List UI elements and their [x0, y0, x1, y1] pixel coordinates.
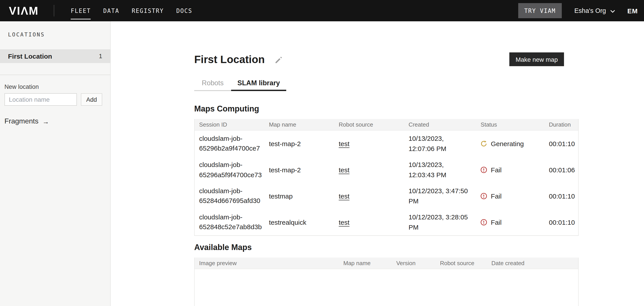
maps-computing-table-body: cloudslam-job-65296b2a9f4700ce73 test-ma…	[195, 131, 578, 235]
nav-item-fleet[interactable]: FLEET	[71, 5, 91, 17]
session-id-text: cloudslam-job-65296a5f9f4700ce73	[199, 161, 262, 178]
page-header: First Location Make new map	[194, 52, 579, 67]
viam-logo[interactable]: VIΛM	[9, 5, 39, 16]
generating-spinner-icon	[481, 140, 487, 147]
viam-app-window: VIΛM FLEET DATA REGISTRY DOCS TRY VIAM E…	[0, 0, 644, 306]
session-id-cell: cloudslam-job-65296a5f9f4700ce73	[195, 160, 264, 180]
arrow-right-icon: →	[42, 117, 49, 125]
maps-computing-table-row: cloudslam-job-65296a5f9f4700ce73 test-ma…	[195, 157, 578, 183]
column-header-session-id: Session ID	[195, 121, 264, 128]
status-cell: Fail	[476, 219, 544, 226]
make-new-map-button[interactable]: Make new map	[509, 52, 564, 66]
sidebar-item-first-location[interactable]: First Location 1	[0, 49, 110, 63]
robot-source-cell: test	[334, 140, 404, 147]
column-header-map-name: Map name	[264, 121, 334, 128]
status-label: Generating	[491, 140, 524, 147]
add-location-button[interactable]: Add	[81, 93, 102, 106]
available-maps-heading: Available Maps	[194, 243, 644, 252]
column-header-robot-source: Robot source	[334, 121, 404, 128]
session-id-cell: cloudslam-job-65296b2a9f4700ce73	[195, 133, 264, 154]
locations-heading: LOCATIONS	[0, 21, 110, 38]
org-switcher[interactable]: Esha's Org	[574, 7, 615, 14]
map-name-cell: test-map-2	[264, 140, 334, 147]
duration-cell: 00:01:10	[544, 192, 578, 200]
session-id-cell: cloudslam-job-65284d667695afd304	[195, 186, 264, 206]
available-maps-table: Image preview Map name Version Robot sou…	[194, 258, 579, 306]
org-name: Esha's Org	[574, 7, 606, 14]
status-cell: Fail	[476, 166, 544, 174]
session-id-text: cloudslam-job-65296b2a9f4700ce73	[199, 134, 260, 154]
session-id-cell: cloudslam-job-652848c52e7ab8d3b9	[195, 212, 264, 233]
column-header-version: Version	[392, 260, 436, 267]
session-id-text: cloudslam-job-652848c52e7ab8d3b9	[199, 213, 262, 233]
maps-computing-table-row: cloudslam-job-652848c52e7ab8d3b9 testrea…	[195, 209, 578, 235]
created-cell: 10/12/2023, 3:47:50 PM	[404, 186, 476, 206]
fail-alert-icon	[481, 193, 487, 199]
status-cell: Generating	[476, 140, 544, 147]
fail-alert-icon	[481, 167, 487, 173]
map-name-cell: test-map-2	[264, 166, 334, 174]
nav-divider	[54, 5, 54, 16]
maps-computing-table-row: cloudslam-job-65284d667695afd304 testmap…	[195, 183, 578, 209]
nav-item-registry[interactable]: REGISTRY	[132, 5, 164, 17]
main-content: First Location Make new map Robots SLAM …	[111, 21, 644, 306]
column-header-date-created: Date created	[487, 260, 578, 267]
duration-cell: 00:01:10	[544, 140, 578, 147]
available-maps-table-header: Image preview Map name Version Robot sou…	[195, 258, 578, 269]
robot-source-cell: test	[334, 192, 404, 200]
fail-alert-icon	[481, 219, 487, 226]
status-cell: Fail	[476, 192, 544, 200]
available-maps-table-body	[195, 269, 578, 306]
page-title: First Location	[194, 52, 265, 67]
duration-cell: 00:01:06	[544, 166, 578, 174]
maps-computing-table-row: cloudslam-job-65296b2a9f4700ce73 test-ma…	[195, 131, 578, 157]
nav-right-group: TRY VIAM Esha's Org EM	[518, 3, 638, 18]
chevron-down-icon	[610, 9, 615, 13]
locations-sidebar: LOCATIONS First Location 1 New location …	[0, 21, 111, 306]
created-cell: 10/12/2023, 3:28:05 PM	[404, 212, 476, 232]
column-header-created: Created	[404, 121, 476, 128]
fragments-link[interactable]: Fragments →	[4, 117, 110, 125]
robot-source-link[interactable]: test	[339, 219, 349, 226]
map-name-cell: testmap	[264, 192, 334, 200]
sidebar-divider	[0, 75, 110, 75]
robot-source-cell: test	[334, 219, 404, 226]
created-cell: 10/13/2023, 12:07:06 PM	[404, 134, 476, 154]
top-navigation-bar: VIΛM FLEET DATA REGISTRY DOCS TRY VIAM E…	[0, 0, 644, 21]
tab-robots[interactable]: Robots	[194, 79, 231, 91]
created-cell: 10/13/2023, 12:03:43 PM	[404, 160, 476, 180]
map-name-cell: testrealquick	[264, 219, 334, 226]
column-header-duration: Duration	[544, 121, 578, 128]
edit-pencil-icon[interactable]	[274, 56, 282, 64]
user-avatar-initials[interactable]: EM	[627, 7, 638, 14]
new-location-form: Add	[4, 93, 110, 106]
fragments-label: Fragments	[4, 117, 38, 125]
maps-computing-table-header: Session ID Map name Robot source Created…	[195, 119, 578, 131]
session-id-text: cloudslam-job-65284d667695afd304	[199, 187, 260, 206]
new-location-label: New location	[4, 83, 110, 90]
status-label: Fail	[491, 192, 502, 200]
status-label: Fail	[491, 219, 502, 226]
tab-slam-library[interactable]: SLAM library	[231, 79, 286, 91]
column-header-image-preview: Image preview	[195, 260, 339, 267]
try-viam-button[interactable]: TRY VIAM	[518, 3, 562, 18]
maps-computing-heading: Maps Computing	[194, 104, 644, 114]
status-label: Fail	[491, 166, 502, 174]
robot-source-cell: test	[334, 166, 404, 174]
location-name: First Location	[8, 52, 52, 60]
primary-nav: FLEET DATA REGISTRY DOCS	[71, 5, 192, 17]
maps-computing-table: Session ID Map name Robot source Created…	[194, 119, 579, 236]
robot-source-link[interactable]: test	[339, 166, 349, 174]
robot-source-link[interactable]: test	[339, 192, 349, 200]
robot-source-link[interactable]: test	[339, 140, 349, 147]
tab-bar: Robots SLAM library	[194, 79, 644, 91]
nav-item-docs[interactable]: DOCS	[176, 5, 192, 17]
duration-cell: 00:01:10	[544, 219, 578, 226]
column-header-am-robot-source: Robot source	[436, 260, 487, 267]
nav-item-data[interactable]: DATA	[103, 5, 119, 17]
location-count-badge: 1	[99, 53, 102, 59]
column-header-status: Status	[476, 121, 544, 128]
location-name-input[interactable]	[4, 93, 77, 106]
column-header-am-map-name: Map name	[339, 260, 392, 267]
